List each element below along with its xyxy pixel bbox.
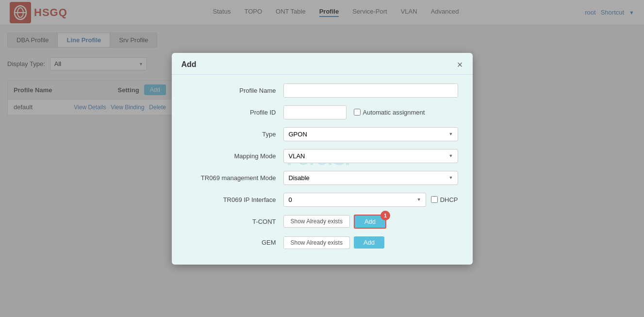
tcont-show-button[interactable]: Show Already exists	[283, 215, 350, 228]
tr069-ip-select-wrapper: 0 1 2 ▼ DHCP	[283, 193, 458, 207]
profile-name-label: Profile Name	[186, 87, 276, 94]
type-label: Type	[186, 131, 276, 138]
gem-show-button[interactable]: Show Already exists	[283, 236, 350, 249]
automatic-assignment-checkbox[interactable]	[354, 109, 361, 116]
type-select[interactable]: GPON EPON XGS-PON	[283, 127, 458, 141]
mapping-mode-label: Mapping Mode	[186, 152, 276, 160]
modal-close-button[interactable]: ×	[457, 60, 463, 69]
gem-label: GEM	[186, 239, 276, 246]
type-row: Type GPON EPON XGS-PON ▼	[186, 127, 458, 141]
tr069-ip-label: TR069 IP Interface	[186, 196, 276, 203]
type-select-wrapper: GPON EPON XGS-PON ▼	[283, 127, 458, 141]
gem-row: GEM Show Already exists Add	[186, 236, 458, 249]
tr069-mode-label: TR069 management Mode	[186, 174, 276, 182]
dhcp-checkbox[interactable]	[431, 196, 438, 203]
tcont-label: T-CONT	[186, 218, 276, 225]
mapping-mode-select-wrapper: VLAN GEM Port ▼	[283, 149, 458, 163]
tcont-row: T-CONT Show Already exists Add 1	[186, 215, 458, 229]
modal: ForoISP Add × Profile Name Profile ID Au…	[172, 53, 473, 265]
tr069-mode-select[interactable]: Disable Enable	[283, 171, 458, 185]
profile-id-row: Profile ID Automatic assignment	[186, 105, 458, 119]
modal-body: Profile Name Profile ID Automatic assign…	[172, 75, 473, 265]
tr069-ip-select[interactable]: 0 1 2	[283, 193, 426, 207]
modal-header: Add ×	[172, 53, 473, 75]
gem-add-button[interactable]: Add	[354, 236, 384, 249]
profile-name-row: Profile Name	[186, 83, 458, 98]
profile-id-input[interactable]	[283, 105, 347, 119]
profile-name-input[interactable]	[283, 83, 458, 98]
profile-id-label: Profile ID	[186, 109, 276, 116]
modal-title: Add	[182, 60, 197, 69]
tr069-mode-row: TR069 management Mode Disable Enable ▼	[186, 171, 458, 185]
tr069-mode-select-wrapper: Disable Enable ▼	[283, 171, 458, 185]
dhcp-label: DHCP	[431, 196, 458, 203]
tcont-add-container: Add 1	[354, 215, 386, 229]
gem-controls: Show Already exists Add	[283, 236, 385, 249]
tcont-controls: Show Already exists Add 1	[283, 215, 387, 229]
automatic-assignment-label: Automatic assignment	[354, 109, 425, 116]
badge: 1	[380, 211, 390, 220]
tr069-ip-row: TR069 IP Interface 0 1 2 ▼ DHCP	[186, 193, 458, 207]
modal-overlay: ForoISP Add × Profile Name Profile ID Au…	[0, 0, 644, 317]
mapping-mode-select[interactable]: VLAN GEM Port	[283, 149, 458, 163]
mapping-mode-row: Mapping Mode VLAN GEM Port ▼	[186, 149, 458, 163]
